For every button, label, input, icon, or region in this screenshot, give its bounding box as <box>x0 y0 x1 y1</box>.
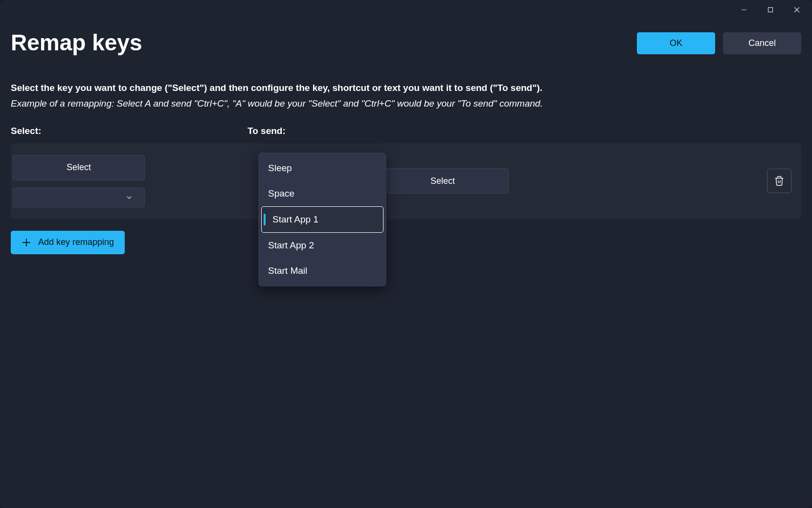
tosend-column-header: To send: <box>248 126 801 136</box>
dropdown-item-start-mail[interactable]: Start Mail <box>261 258 383 284</box>
content-area: Remap keys OK Cancel Select the key you … <box>0 20 812 508</box>
source-key-dropdown[interactable] <box>13 188 145 207</box>
dropdown-item-sleep[interactable]: Sleep <box>261 155 383 181</box>
cancel-button[interactable]: Cancel <box>723 32 801 54</box>
close-button[interactable] <box>784 1 810 19</box>
key-dropdown-popup: Sleep Space Start App 1 Start App 2 Star… <box>258 153 386 287</box>
dropdown-item-start-app-2[interactable]: Start App 2 <box>261 233 383 258</box>
select-column-header: Select: <box>11 126 248 136</box>
header-row: Remap keys OK Cancel <box>11 29 801 56</box>
minimize-icon <box>741 7 747 13</box>
close-icon <box>794 7 800 13</box>
plus-icon <box>22 238 31 247</box>
description-line-2: Example of a remapping: Select A and sen… <box>11 96 801 111</box>
select-source-key-button[interactable]: Select <box>13 155 145 180</box>
window-root: Remap keys OK Cancel Select the key you … <box>0 0 812 508</box>
remap-row: Select Select <box>11 143 801 219</box>
column-headers: Select: To send: <box>11 126 801 143</box>
maximize-button[interactable] <box>757 1 784 19</box>
maximize-icon <box>767 7 773 13</box>
svg-rect-1 <box>768 8 773 12</box>
description-line-1: Select the key you want to change ("Sele… <box>11 80 801 96</box>
ok-button[interactable]: OK <box>637 32 715 54</box>
minimize-button[interactable] <box>731 1 757 19</box>
select-target-key-button[interactable]: Select <box>377 168 509 194</box>
description-block: Select the key you want to change ("Sele… <box>11 80 801 112</box>
add-button-label: Add key remapping <box>38 237 114 247</box>
action-buttons: OK Cancel <box>637 32 801 54</box>
trash-icon <box>774 176 785 186</box>
dropdown-item-space[interactable]: Space <box>261 181 383 206</box>
titlebar <box>0 0 812 20</box>
arrow-separator <box>208 174 238 188</box>
add-key-remapping-button[interactable]: Add key remapping <box>11 231 125 254</box>
chevron-down-icon <box>126 194 133 201</box>
delete-row-button[interactable] <box>767 169 791 193</box>
page-title: Remap keys <box>11 29 142 56</box>
delete-container <box>767 169 791 193</box>
dropdown-item-start-app-1[interactable]: Start App 1 <box>261 206 383 233</box>
